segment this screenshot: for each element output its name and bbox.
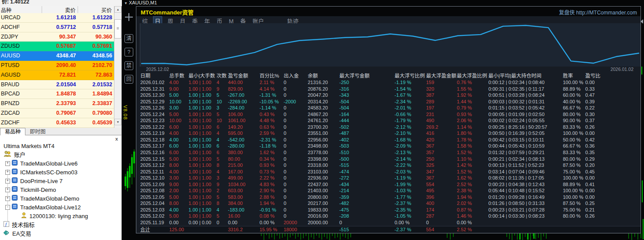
table-row[interactable]: 2025.12.176.001.00 | 1.006-280.00-1.18 %… (140, 143, 640, 149)
table-row[interactable]: 2025.12.2910.001.00 | 1.0010-2269.00-10.… (140, 99, 640, 105)
tool-button-回[interactable]: 回 (125, 75, 133, 84)
table-header-cell[interactable]: 最小|大手数 (188, 72, 216, 79)
market-row-PTUSD[interactable]: PTUSD2090.402102.70 (0, 61, 114, 71)
table-row[interactable]: 2026.01.024.001.00 | 1.004440.002.11 %02… (140, 79, 640, 86)
nav-item-ICMarketsSC-Demo03[interactable]: +ICMarketsSC-Demo03 (0, 168, 122, 176)
market-row-BPCAD[interactable]: BPCAD1.848781.84894 (0, 89, 114, 99)
table-row[interactable]: 2025.12.128.001.00 | 1.008215.000.93 %02… (140, 162, 640, 169)
table-header-cell[interactable]: 日期 (140, 72, 169, 79)
panel-titlebar[interactable]: MTCommander资管 复盘侠 http://MTCommander.com (136, 7, 640, 16)
collapse-minus-icon[interactable]: - (5, 205, 10, 210)
total-cell: -515 (339, 226, 394, 233)
table-header-cell[interactable]: 最大浮亏金额 (339, 72, 394, 79)
table-cell: 1.00 | 1.00 (188, 169, 216, 175)
market-row-BPAUD[interactable]: BPAUD2.015042.01532 (0, 80, 114, 90)
table-header-cell[interactable]: 次数 (216, 72, 228, 79)
table-cell: 16.00 (228, 213, 259, 219)
table-cell: 2 (216, 187, 228, 194)
table-header-cell[interactable]: 总手数 (169, 72, 188, 79)
expand-plus-icon[interactable]: + (5, 161, 10, 166)
table-cell: 0.00 (228, 219, 259, 226)
table-header-cell[interactable]: 最大浮盈比例 (456, 72, 488, 79)
table-cell: 2025.12.03 (140, 207, 169, 213)
table-cell: 0.00 (585, 175, 640, 181)
table-row[interactable]: 2025.12.245.001.00 | 1.005106.000.43 %02… (140, 111, 640, 118)
table-row[interactable]: 2025.12.025.001.00 | 1.00516.000.08 %020… (140, 213, 640, 219)
table-header-cell[interactable]: 余额 (307, 72, 339, 79)
table-row[interactable]: 2025.12.2310.001.00 | 1.00101061.004.48 … (140, 117, 640, 124)
market-row-ZDUSD[interactable]: ZDUSD0.576870.57691 (0, 42, 114, 51)
tab-即时图[interactable]: 即时图 (25, 128, 50, 135)
panel-link[interactable]: 复盘侠 http://MTCommander.com (559, 8, 637, 16)
table-cell: 440.00 (228, 79, 259, 86)
crosshair-icon[interactable] (125, 13, 133, 21)
table-header-cell[interactable]: 盈亏比 (585, 72, 640, 79)
tool-button-禁[interactable]: 禁 (125, 61, 133, 70)
column-ask[interactable]: 买价 (78, 6, 114, 13)
table-row[interactable]: 2025.11.190.000.00 | 0.0000.000.00 %2000… (140, 219, 640, 226)
expand-plus-icon[interactable]: + (5, 187, 10, 192)
panel-title: MTCommander资管 (141, 8, 194, 16)
table-row[interactable]: 2025.12.226.001.00 | 1.006149.200.63 %02… (140, 124, 640, 131)
market-row-ZDCAD[interactable]: ZDCAD0.790670.79080 (0, 109, 114, 118)
tab-易品种[interactable]: 易品种 (0, 128, 25, 136)
table-row[interactable]: 2025.12.305.001.00 | 1.005-267.00-1.31 %… (140, 92, 640, 99)
column-symbol[interactable]: 品种 (0, 6, 42, 13)
table-header-cell[interactable]: 胜率 (562, 72, 585, 79)
nav-item-TradeMaxGlobal-Live12[interactable]: -TradeMaxGlobal-Live12 (0, 203, 122, 212)
nav-item-TradeMaxGlobal-Demo[interactable]: +TradeMaxGlobal-Demo (0, 194, 122, 203)
market-row-URCAD[interactable]: URCAD1.612181.61228 (0, 13, 114, 23)
table-row[interactable]: 2025.12.082.001.00 | 1.002603.002.90 %02… (140, 187, 640, 194)
scrollbar-thumb[interactable]: ≡ (114, 19, 121, 39)
nav-item-Tickmill-Demo[interactable]: +Tickmill-Demo (0, 185, 122, 194)
expand-plus-icon[interactable]: + (5, 179, 10, 184)
table-row[interactable]: 2025.12.114.001.00 | 1.004167.000.73 %02… (140, 169, 640, 175)
nav-item-DooPrime-Live-7[interactable]: +DooPrime-Live 7 (0, 176, 122, 185)
table-header-cell[interactable]: 最大浮亏比例 (394, 72, 426, 79)
table-row[interactable]: 2025.12.184.001.00 | 1.004-542.00-2.31 %… (140, 137, 640, 143)
nav-item-Ultima-Markets-MT4[interactable]: Ultima Markets MT4 (0, 141, 122, 150)
table-cell: 24761.20 (307, 117, 339, 124)
table-row[interactable]: 2025.12.055.001.00 | 1.005583.002.88 %02… (140, 194, 640, 201)
table-header-cell[interactable]: 最小|平均|最大持仓时间 (488, 72, 562, 79)
scroll-down-icon[interactable]: ▼ (114, 119, 121, 125)
table-row[interactable]: 2025.12.099.001.00 | 1.0091034.004.83 %0… (140, 181, 640, 188)
table-row[interactable]: 2025.12.263.001.00 | 1.003-284.00-1.14 %… (140, 105, 640, 111)
table-cell: 80.00 % (562, 213, 585, 219)
table-row[interactable]: 2025.12.103.001.00 | 1.003499.002.22 %02… (140, 175, 640, 181)
table-header-cell[interactable]: 盈亏金额 (228, 72, 259, 79)
close-icon[interactable]: x (115, 136, 118, 141)
market-row-AGUSD[interactable]: AGUSD72.82172.863 (0, 71, 114, 80)
table-row[interactable]: 2025.12.194.001.00 | 1.004595.002.59 %02… (140, 130, 640, 137)
table-header-cell[interactable]: 最大浮盈金额 (426, 72, 456, 79)
table-cell: 4.00 (169, 137, 188, 143)
scroll-up-icon[interactable]: ▲ (114, 6, 121, 13)
nav-item-TradeMaxGlobal-Live6[interactable]: +TradeMaxGlobal-Live6 (0, 159, 122, 168)
table-row[interactable]: 2025.12.155.001.00 | 1.00580.000.34 %023… (140, 156, 640, 162)
market-row-BPNZD[interactable]: BPNZD2.337932.33837 (0, 99, 114, 109)
market-row-ADCHF[interactable]: ADCHF0.577120.57718 (0, 23, 114, 32)
nav-item-技术指标[interactable]: f技术指标 (0, 220, 122, 229)
market-row-ZDCHF[interactable]: ZDCHF0.456330.45639 (0, 118, 114, 128)
ask-price: 0.57718 (78, 23, 114, 32)
expand-plus-icon[interactable]: + (5, 170, 10, 175)
market-watch-scrollbar[interactable]: ▲ ≡ ▼ (114, 6, 121, 128)
table-row[interactable]: 2025.12.319.001.00 | 1.009829.004.14 %02… (140, 86, 640, 92)
tool-button-清[interactable]: 清 (125, 34, 133, 43)
table-row[interactable]: 2025.12.048.001.00 | 1.008384.001.94 %02… (140, 200, 640, 207)
table-row[interactable]: 2025.12.034.001.00 | 1.004-183.00-0.91 %… (140, 207, 640, 213)
table-cell: 0.33 (585, 86, 640, 92)
nav-item-账户[interactable]: 账户 (0, 150, 122, 159)
tool-button-?[interactable]: ? (125, 48, 133, 56)
nav-item-12000130-liying-zhang[interactable]: 12000130: liying zhang (0, 212, 122, 220)
table-header-cell[interactable]: 百分比% (259, 72, 283, 79)
market-row-AUUSD[interactable]: AUUSD4348.474348.56 (0, 51, 114, 61)
table-header-cell[interactable]: 出入金 (283, 72, 307, 79)
expand-plus-icon[interactable]: + (5, 196, 10, 201)
table-row[interactable]: 2025.12.166.001.00 | 1.006380.001.62 %02… (140, 149, 640, 156)
column-bid[interactable]: 卖价 (42, 6, 78, 13)
market-row-ZDJPY[interactable]: ZDJPY90.34790.360 (0, 32, 114, 42)
table-cell: 4 (216, 169, 228, 175)
nav-item-EA交易[interactable]: EA交易 (0, 229, 122, 238)
table-cell: -1.79 % (394, 117, 426, 124)
